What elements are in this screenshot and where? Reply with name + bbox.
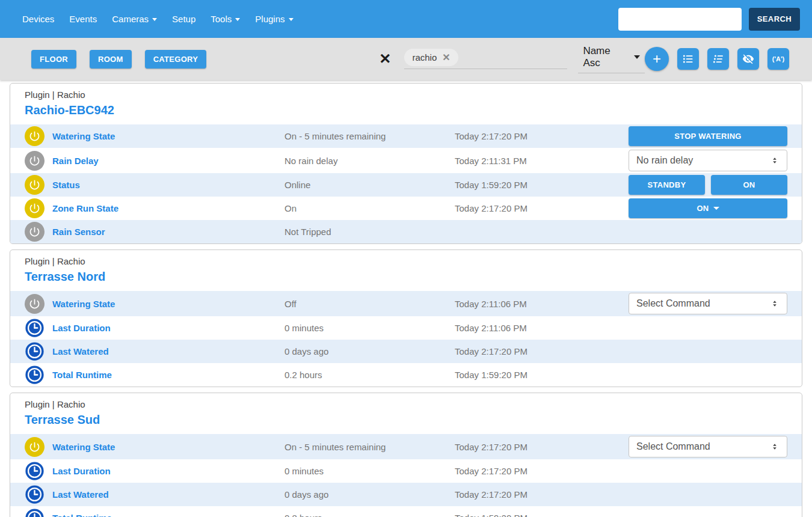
select-arrows-icon: [770, 299, 780, 308]
device-name-link[interactable]: Terrasse Sud: [25, 413, 787, 427]
nav-item-setup[interactable]: Setup: [172, 14, 195, 24]
feature-name-link[interactable]: Rain Delay: [52, 156, 99, 166]
feature-label-cell: Rain Delay: [25, 151, 285, 171]
feature-name-link[interactable]: Last Duration: [52, 323, 111, 333]
clear-filter-icon[interactable]: ✕: [379, 52, 391, 66]
search-button[interactable]: SEARCH: [749, 8, 800, 31]
filter-input[interactable]: rachio ✕: [404, 49, 567, 69]
feature-name-link[interactable]: Zone Run State: [52, 203, 118, 213]
feature-name-link[interactable]: Last Watered: [52, 346, 109, 356]
feature-label-cell: Watering State: [25, 126, 285, 146]
feature-timestamp: Today 2:17:20 PM: [455, 442, 629, 452]
feature-value: 0.8 hours: [285, 513, 455, 517]
select-arrows-icon: [770, 442, 780, 451]
chevron-down-icon: [634, 55, 640, 59]
device-action-button-on[interactable]: ON: [711, 175, 787, 195]
device-plugin-subtitle: Plugin | Rachio: [25, 399, 787, 409]
nav-item-plugins[interactable]: Plugins: [255, 14, 293, 24]
power-icon: [25, 175, 45, 195]
command-select[interactable]: Select Command: [629, 293, 787, 314]
feature-name-link[interactable]: Total Runtime: [52, 513, 112, 517]
broadcast-button[interactable]: ('A'): [767, 48, 789, 70]
feature-name-link[interactable]: Total Runtime: [52, 370, 112, 380]
plus-icon: +: [653, 50, 661, 67]
feature-row: Rain SensorNot Tripped: [10, 220, 802, 243]
device-action-dropdown-button[interactable]: ON: [629, 198, 787, 218]
row-control: STANDBYON: [629, 175, 787, 195]
device-list: Plugin | RachioRachio-EBC942Watering Sta…: [0, 80, 812, 517]
chevron-down-icon: [713, 207, 719, 210]
feature-value: No rain delay: [285, 156, 455, 166]
feature-timestamp: Today 2:17:20 PM: [455, 131, 629, 141]
nav-item-label: Plugins: [255, 14, 285, 24]
nav-item-tools[interactable]: Tools: [211, 14, 240, 24]
feature-name-link[interactable]: Last Watered: [52, 489, 109, 500]
clock-icon: [25, 508, 45, 517]
feature-name-link[interactable]: Status: [52, 180, 80, 190]
feature-timestamp: Today 2:11:31 PM: [455, 156, 629, 166]
feature-value: 0.2 hours: [285, 370, 455, 380]
feature-name-link[interactable]: Watering State: [52, 442, 115, 452]
feature-label-cell: Last Watered: [25, 485, 285, 504]
feature-name-link[interactable]: Watering State: [52, 299, 115, 309]
feature-value: 0 days ago: [285, 489, 455, 500]
feature-value: Online: [285, 180, 455, 190]
nav-item-events[interactable]: Events: [69, 14, 97, 24]
feature-value: 0 days ago: [285, 346, 455, 356]
eye-slash-icon: [742, 53, 754, 65]
row-control: STOP WATERING: [629, 126, 787, 146]
command-select[interactable]: Select Command: [629, 436, 787, 457]
feature-row: Last Duration0 minutesToday 2:17:20 PM: [10, 459, 802, 483]
command-select[interactable]: No rain delay: [629, 150, 787, 171]
nav-item-devices[interactable]: Devices: [22, 14, 54, 24]
nav-item-label: Tools: [211, 14, 232, 24]
list-view-button[interactable]: [677, 48, 699, 70]
device-card-header: Plugin | RachioTerrasse Nord: [10, 250, 802, 287]
feature-row: Watering StateOn - 5 minutes remainingTo…: [10, 124, 802, 148]
power-icon: [25, 294, 45, 314]
filter-button-floor[interactable]: FLOOR: [31, 50, 76, 69]
chevron-down-icon: [152, 18, 157, 21]
device-card-header: Plugin | RachioTerrasse Sud: [10, 393, 802, 430]
feature-row: Watering StateOn - 5 minutes remainingTo…: [10, 434, 802, 459]
hide-devices-button[interactable]: [737, 48, 759, 70]
filter-button-category[interactable]: CATEGORY: [145, 50, 207, 69]
feature-name-link[interactable]: Last Duration: [52, 466, 111, 476]
device-cards: Plugin | RachioRachio-EBC942Watering Sta…: [10, 83, 802, 517]
feature-timestamp: Today 2:11:06 PM: [455, 323, 629, 333]
chevron-down-icon: [235, 18, 240, 21]
device-action-button-standby[interactable]: STANDBY: [629, 175, 705, 195]
feature-label-cell: Last Watered: [25, 341, 285, 361]
feature-name-link[interactable]: Watering State: [52, 131, 115, 141]
feature-row: Rain DelayNo rain delayToday 2:11:31 PMN…: [10, 148, 802, 173]
device-name-link[interactable]: Terrasse Nord: [25, 270, 787, 284]
row-control: No rain delay: [629, 150, 787, 171]
chip-close-icon[interactable]: ✕: [442, 52, 450, 63]
row-control: ON: [629, 198, 787, 218]
feature-label-cell: Total Runtime: [25, 365, 285, 385]
feature-timestamp: Today 1:59:20 PM: [455, 513, 629, 517]
filter-toolbar: FLOORROOMCATEGORY ✕ rachio ✕ Name Asc +: [0, 38, 812, 80]
device-action-button[interactable]: STOP WATERING: [629, 126, 787, 146]
filter-button-room[interactable]: ROOM: [90, 50, 132, 69]
nav-item-label: Events: [69, 14, 97, 24]
feature-value: On - 5 minutes remaining: [285, 442, 455, 452]
add-device-button[interactable]: +: [645, 47, 669, 71]
device-card-header: Plugin | RachioRachio-EBC942: [10, 84, 802, 121]
feature-value: On: [285, 203, 455, 213]
feature-label-cell: Total Runtime: [25, 508, 285, 517]
feature-name-link[interactable]: Rain Sensor: [52, 227, 105, 237]
outline-list-view-button[interactable]: [707, 48, 729, 70]
nav-item-label: Cameras: [112, 14, 149, 24]
search-input[interactable]: [618, 8, 742, 31]
feature-row: Total Runtime0.8 hoursToday 1:59:20 PM: [10, 506, 802, 517]
feature-row: Total Runtime0.2 hoursToday 1:59:20 PM: [10, 363, 802, 387]
antenna-icon: ('A'): [772, 55, 785, 63]
device-card: Plugin | RachioTerrasse NordWatering Sta…: [10, 249, 802, 387]
clock-icon: [25, 365, 45, 385]
feature-row: Last Watered0 days agoToday 2:17:20 PM: [10, 340, 802, 363]
nav-item-cameras[interactable]: Cameras: [112, 14, 157, 24]
device-name-link[interactable]: Rachio-EBC942: [25, 103, 787, 117]
feature-timestamp: Today 2:17:20 PM: [455, 346, 629, 356]
sort-select[interactable]: Name Asc: [578, 45, 645, 73]
